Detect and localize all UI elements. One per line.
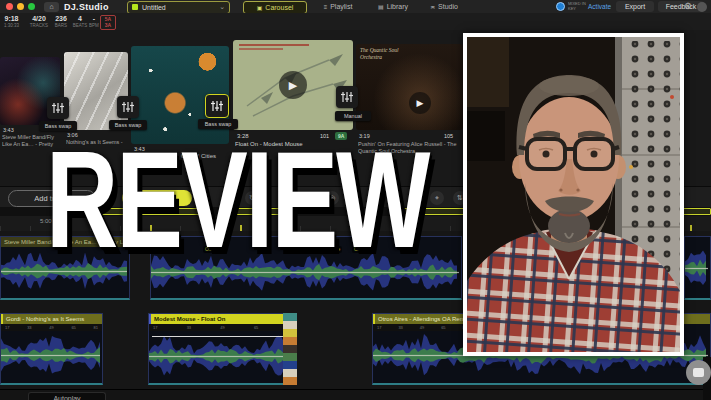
toolbar-target-icon[interactable]: ⌖ — [430, 191, 444, 205]
bottom-bar: Autoplay — [0, 389, 711, 400]
project-icon — [132, 4, 138, 10]
tab-label: Carousel — [265, 4, 293, 11]
tab-studio[interactable]: ≍Studio — [421, 1, 467, 12]
activate-link[interactable]: Activate — [588, 3, 611, 10]
fader-icon — [340, 90, 354, 104]
transition-button[interactable] — [117, 96, 139, 118]
bar-number: 33 — [398, 324, 402, 331]
carousel-icon: ▣ — [257, 5, 263, 11]
mixed-in-key-label: MIXED IN KEY — [568, 2, 587, 11]
playlist-icon: ≡ — [324, 4, 328, 10]
volume-automation-line[interactable] — [152, 336, 293, 337]
mix-stats-bar: 9:18 1:30:33 4/20 TRACKS 236 BARS 4 BEAT… — [0, 13, 711, 30]
track-card[interactable] — [64, 52, 128, 130]
stat-label: TRACKS — [27, 23, 51, 28]
reviewer-portrait-graphic — [467, 37, 680, 352]
transition-button-selected[interactable] — [205, 94, 229, 118]
reviewer-photo — [463, 33, 684, 356]
play-button[interactable]: ▶ — [409, 92, 431, 114]
total-time: 1:30:33 — [4, 23, 19, 28]
tab-label: Library — [387, 3, 408, 10]
user-avatar[interactable] — [697, 2, 707, 12]
bar-number: 49 — [220, 324, 224, 331]
title-bar: ⌂ DJ.Studio Untitled ⌄ ▣Carousel ≡Playli… — [0, 0, 711, 13]
audio-clip-gordi[interactable]: Gordi - Nothing's as It Seems 1733496581 — [0, 313, 103, 385]
stat-value: 4 — [71, 15, 89, 23]
stem-transition-strip[interactable] — [283, 313, 297, 385]
stat-value: 4/20 — [27, 15, 51, 23]
bar-number: 33 — [27, 324, 31, 331]
clip-title: Modest Mouse - Float On — [149, 314, 296, 324]
key-bottom: 3A — [101, 22, 115, 28]
mix-time: 9:18 1:30:33 — [4, 15, 19, 28]
autoplay-button[interactable]: Autoplay — [28, 392, 106, 400]
transition-label[interactable]: Manual — [335, 111, 371, 121]
waveform — [149, 334, 296, 379]
help-chat-button[interactable] — [686, 360, 711, 385]
fader-icon — [210, 99, 224, 113]
bar-number: 65 — [71, 324, 75, 331]
library-icon: ▤ — [378, 4, 384, 10]
bar-ruler: 1733496581 — [1, 324, 102, 331]
waveform — [685, 243, 710, 294]
bar-number: 65 — [441, 324, 445, 331]
bar-ruler: 1733496581 — [373, 324, 471, 331]
waveform — [1, 332, 102, 379]
transition-button[interactable] — [47, 97, 69, 119]
tab-label: Studio — [438, 3, 458, 10]
audio-clip[interactable] — [684, 236, 711, 300]
home-button[interactable]: ⌂ — [44, 2, 59, 12]
home-icon: ⌂ — [49, 3, 53, 10]
track-card[interactable]: The Quantic Soul Orchestra ▶ — [356, 44, 463, 130]
stat-tracks: 4/20 TRACKS — [27, 15, 51, 28]
stat-label: BPM — [88, 23, 100, 28]
window-zoom-button[interactable] — [28, 3, 35, 10]
window-minimize-button[interactable] — [17, 3, 24, 10]
fader-icon — [121, 100, 135, 114]
chevron-down-icon: ⌄ — [219, 3, 225, 11]
project-name: Untitled — [142, 4, 166, 11]
bar-number: 81 — [94, 324, 98, 331]
stat-value: - — [88, 15, 100, 23]
elapsed-time: 9:18 — [4, 15, 19, 23]
stat-bpm: - BPM — [88, 15, 100, 28]
bar-number: 65 — [254, 324, 258, 331]
stat-beats: 4 BEATS — [71, 15, 89, 28]
dj-studio-app: ⌂ DJ.Studio Untitled ⌄ ▣Carousel ≡Playli… — [0, 0, 711, 400]
stat-label: BARS — [52, 23, 70, 28]
studio-icon: ≍ — [430, 4, 435, 10]
bar-number: 17 — [377, 324, 381, 331]
settings-gear-icon[interactable]: ⚙ — [684, 1, 692, 12]
project-selector[interactable]: Untitled ⌄ — [127, 1, 230, 14]
play-button[interactable]: ▶ — [279, 71, 307, 99]
bar-number: 33 — [187, 324, 191, 331]
tab-library[interactable]: ▤Library — [369, 1, 417, 12]
tab-carousel[interactable]: ▣Carousel — [243, 1, 307, 14]
bar-number: 17 — [153, 324, 157, 331]
review-title-overlay: REVIEW — [46, 130, 428, 268]
bar-number: 49 — [420, 324, 424, 331]
tab-playlist[interactable]: ≡Playlist — [313, 1, 363, 12]
chat-bubble-icon — [693, 368, 704, 377]
fader-icon — [51, 101, 65, 115]
audio-clip-modest-mouse[interactable]: Modest Mouse - Float On 1733496581 — [148, 313, 297, 385]
clip-title: Gordi - Nothing's as It Seems — [1, 314, 102, 324]
track-duration: 3:43 — [3, 127, 14, 133]
bar-ruler: 1733496581 — [149, 324, 296, 331]
window-close-button[interactable] — [6, 3, 13, 10]
stat-value: 236 — [52, 15, 70, 23]
bar-number: 49 — [49, 324, 53, 331]
tab-label: Playlist — [330, 3, 352, 10]
track-bpm: 105 — [444, 133, 453, 139]
transition-button[interactable] — [336, 86, 358, 108]
app-logo: DJ.Studio — [64, 2, 109, 12]
ruler-marker — [690, 225, 692, 231]
overview-segment[interactable] — [683, 208, 711, 215]
album-art-caption: The Quantic Soul Orchestra — [360, 47, 420, 60]
export-button[interactable]: Export — [616, 1, 654, 12]
mixed-in-key-icon — [556, 2, 565, 11]
stat-label: BEATS — [71, 23, 89, 28]
key-badge: 5A 3A — [100, 15, 116, 30]
stat-bars: 236 BARS — [52, 15, 70, 28]
bar-number: 17 — [5, 324, 9, 331]
